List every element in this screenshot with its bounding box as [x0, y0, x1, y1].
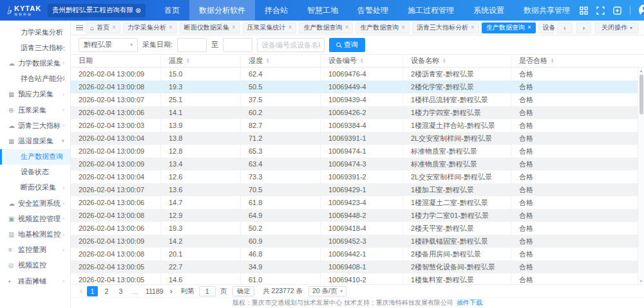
nav-menu-item-4[interactable]: 智慧工地 — [298, 0, 348, 21]
sidebar-item-16[interactable]: ◎视频监控 — [0, 258, 70, 273]
goto-page-input[interactable] — [199, 286, 216, 296]
column-header-6[interactable]: 是否合格▲▼ — [511, 55, 644, 67]
sidebar-item-15[interactable]: ≡监控量测› — [0, 242, 70, 258]
prev-page-button[interactable]: ‹ — [79, 287, 84, 296]
sort-icon[interactable]: ▲▼ — [186, 59, 189, 63]
close-operations-dropdown[interactable]: 关闭操作 ▾ — [595, 23, 639, 33]
scroll-down-icon[interactable]: ▼ — [639, 278, 643, 284]
page-button-1[interactable]: 1 — [87, 286, 98, 296]
table-row-17[interactable]: 2026-02-04 13:00:0514.661.010069410-21楼集… — [71, 273, 644, 284]
sidebar-item-3[interactable]: ☁力学数据采集› — [0, 55, 70, 71]
page-size-select[interactable]: 20 条/页 ▾ — [308, 286, 346, 296]
sort-icon[interactable]: ▲▼ — [360, 59, 363, 63]
column-header-5[interactable]: 设备名称▲▼ — [403, 55, 511, 67]
table-row-14[interactable]: 2026-02-04 13:00:0914.260.910069452-31楼静… — [71, 235, 644, 248]
close-icon[interactable]: × — [112, 24, 116, 31]
sidebar-item-5[interactable]: ▦预应力采集› — [0, 87, 70, 102]
sort-icon[interactable]: ▲▼ — [442, 59, 446, 63]
tab-4[interactable]: 压浆采集统计× — [243, 23, 297, 33]
sidebar-item-13[interactable]: ▣视频监控管理› — [0, 211, 70, 226]
table-row-9[interactable]: 2026-02-04 13:00:0412.673.310069391-22L交… — [71, 170, 644, 183]
scroll-up-icon[interactable]: ▲ — [639, 68, 643, 74]
next-page-button[interactable]: › — [169, 287, 174, 296]
close-icon[interactable]: × — [169, 24, 173, 31]
sidebar-item-8[interactable]: ▦温湿度采集▾ — [0, 133, 70, 149]
sidebar-item-17[interactable]: ▪路面摊铺› — [0, 273, 70, 289]
nav-menu-item-1[interactable]: 首页 — [155, 0, 189, 21]
table-row-5[interactable]: 2026-02-04 13:00:0313.982.710069384-41楼混… — [71, 119, 644, 132]
table-row-15[interactable]: 2026-02-04 13:00:0820.146.810069442-12楼备… — [71, 248, 644, 260]
nav-menu-item-2[interactable]: 数据分析软件 — [189, 0, 255, 21]
apps-grid-icon[interactable] — [580, 6, 588, 15]
scrollbar-thumb[interactable] — [639, 75, 643, 114]
tab-2[interactable]: 力学采集分析× — [123, 23, 177, 33]
sidebar-item-12[interactable]: ☁安全监测系统› — [0, 195, 70, 211]
table-row-4[interactable]: 2026-02-04 13:00:0614.160.210069426-21楼力… — [71, 106, 644, 119]
tab-9[interactable]: 设备状态× — [538, 23, 555, 33]
project-select[interactable]: 黔程弘景 ▾ — [79, 38, 138, 52]
table-row-7[interactable]: 2026-02-04 13:00:0912.865.310069474-1标准物… — [71, 145, 644, 158]
clear-circle-icon[interactable]: ⊗ — [135, 6, 141, 15]
user-avatar[interactable] — [639, 5, 644, 16]
sidebar-item-2[interactable]: 沥青三大指标分析 — [0, 40, 70, 55]
nav-menu-item-3[interactable]: 拌合站 — [255, 0, 298, 21]
column-header-4[interactable]: 设备编号▲▼ — [321, 55, 403, 67]
table-row-12[interactable]: 2026-02-04 13:00:0812.964.910069448-21楼力… — [71, 209, 644, 222]
tab-list-icon[interactable] — [76, 25, 83, 31]
close-icon[interactable]: × — [345, 24, 348, 31]
nav-menu-item-5[interactable]: 告警处理 — [348, 0, 398, 21]
device-search-input[interactable] — [257, 38, 325, 52]
close-icon[interactable]: × — [471, 24, 475, 31]
sort-icon[interactable]: ▲▼ — [551, 59, 554, 63]
sidebar-item-10[interactable]: 设备状态 — [0, 165, 70, 180]
company-selector[interactable]: 贵州黔程弘景工程咨询有限责... ⊗ — [48, 4, 146, 17]
column-header-3[interactable]: 湿度▲▼ — [241, 55, 321, 67]
sidebar-item-1[interactable]: 力学采集分析 — [0, 24, 70, 40]
tab-8[interactable]: 生产数据查询× — [482, 23, 536, 33]
sidebar-item-4[interactable]: 拌合站产能分析 — [0, 71, 70, 87]
tabs-scroll-right-button[interactable]: › — [576, 23, 591, 33]
table-row-1[interactable]: 2026-02-04 13:00:0915.062.410069476-42楼沥… — [71, 68, 644, 80]
table-row-6[interactable]: 2026-02-04 13:00:0413.871.210069391-12L交… — [71, 132, 644, 145]
cloud-icon: ☁ — [8, 60, 18, 67]
close-icon[interactable]: × — [527, 24, 531, 31]
sidebar-item-14[interactable]: ▥地基检测监控平台› — [0, 226, 70, 242]
table-row-11[interactable]: 2026-02-04 13:00:0614.761.810069423-41楼混… — [71, 196, 644, 209]
nav-menu-item-8[interactable]: 数据共享管理 — [514, 0, 580, 21]
table-row-16[interactable]: 2026-02-04 13:00:0522.734.910069408-12楼智… — [71, 260, 644, 273]
tab-3[interactable]: 断面仪数据采集× — [180, 23, 240, 33]
nav-menu-item-7[interactable]: 系统设置 — [464, 0, 514, 21]
page-button-2[interactable]: 2 — [101, 286, 112, 296]
date-from-input[interactable] — [177, 38, 207, 52]
date-to-input[interactable] — [223, 38, 252, 52]
search-button[interactable]: 查询 — [329, 38, 365, 52]
table-row-2[interactable]: 2026-02-04 13:00:0819.350.510069449-42楼化… — [71, 80, 644, 93]
tab-1[interactable]: ⌂首页× — [86, 23, 120, 33]
tab-6[interactable]: 生产数据查询× — [355, 23, 410, 33]
tabs-scroll-left-button[interactable]: ‹ — [557, 23, 572, 33]
sidebar-item-6[interactable]: ⊕压浆采集› — [0, 102, 70, 118]
new-window-icon[interactable] — [613, 6, 621, 15]
nav-menu-item-6[interactable]: 施工过程管理 — [398, 0, 464, 21]
table-row-8[interactable]: 2026-02-04 13:00:0913.463.410069474-3标准物… — [71, 158, 644, 170]
close-icon[interactable]: × — [289, 24, 292, 31]
fullscreen-icon[interactable] — [596, 6, 605, 15]
table-scrollbar[interactable]: ▲ ▼ — [638, 68, 644, 284]
table-row-13[interactable]: 2026-02-04 13:00:0619.350.210069418-42楼天… — [71, 222, 644, 235]
close-icon[interactable]: × — [232, 24, 236, 31]
confirm-button[interactable]: 确定 — [232, 286, 254, 296]
cell-device_name: 标准物质室-黔程弘景 — [403, 145, 511, 158]
close-icon[interactable]: × — [401, 24, 405, 31]
table-row-3[interactable]: 2026-02-04 13:00:0725.137.510069439-41楼样… — [71, 93, 644, 106]
tab-7[interactable]: 沥青三大指标分析× — [412, 23, 479, 33]
table-row-10[interactable]: 2026-02-04 13:00:0713.670.510069429-11楼加… — [71, 183, 644, 196]
column-header-2[interactable]: 温度▲▼ — [161, 55, 241, 67]
sidebar-item-7[interactable]: ☁沥青三大指标› — [0, 118, 70, 133]
sidebar-item-9[interactable]: 生产数据查询 — [0, 149, 70, 165]
sidebar-item-11[interactable]: 断面仪采集› — [0, 180, 70, 195]
page-button-11189[interactable]: 11189 — [144, 286, 166, 296]
sort-icon[interactable]: ▲▼ — [266, 59, 269, 63]
tab-5[interactable]: 生产数据查询× — [299, 23, 353, 33]
plugin-download-link[interactable]: 插件下载 — [457, 298, 482, 307]
page-button-3[interactable]: 3 — [115, 286, 126, 296]
